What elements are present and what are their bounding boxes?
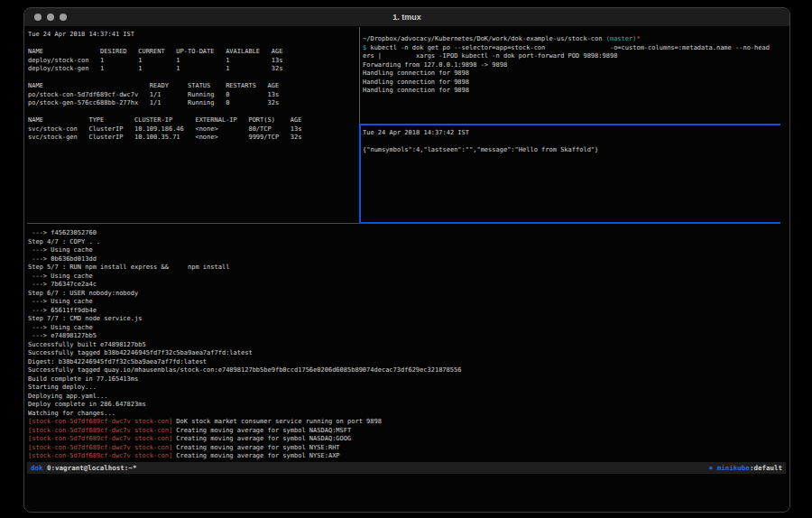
terminal-window: 1. tmux Tue 24 Apr 2018 14:37:41 IST NAM… xyxy=(23,7,790,513)
terminal-line: po/stock-con-5d7df689cf-dwc7v 1/1 Runnin… xyxy=(28,91,358,100)
terminal-line: ---> Using cache xyxy=(28,324,786,333)
terminal-line: ---> Using cache xyxy=(28,246,786,255)
text-segment: Step 6/7 : USER nobody:nobody xyxy=(28,290,138,297)
terminal-line xyxy=(28,40,358,49)
active-pane-border-bottom xyxy=(359,222,780,224)
text-segment: Successfully tagged quay.io/mhausenblas/… xyxy=(28,366,461,374)
text-segment: ---> 0b636bd013dd xyxy=(28,255,97,263)
text-segment: Deploying app.yaml... xyxy=(28,393,108,400)
terminal-line: $ kubectl -n dok get po --selector=app=s… xyxy=(363,44,783,53)
text-segment: [stock-con-5d7df689cf-dwc7v stock-con] xyxy=(28,427,172,434)
terminal-line: Step 6/7 : USER nobody:nobody xyxy=(28,290,786,299)
text-segment: Successfully built e74898127bb5 xyxy=(28,341,146,348)
text-segment: Build complete in 77.165413ms xyxy=(28,375,138,383)
terminal-line: Starting deploy... xyxy=(28,384,786,393)
text-segment: Tue 24 Apr 2018 14:37:41 IST xyxy=(28,31,134,38)
status-session-window[interactable]: dok 0:vagrant@localhost:~* xyxy=(31,462,136,474)
text-segment: Step 7/7 : CMD node service.js xyxy=(28,315,142,322)
pane-divider-vertical xyxy=(359,27,360,124)
pane-port-forward[interactable]: ~/Dropbox/advocacy/Kubernetes/DoK/work/d… xyxy=(363,35,783,124)
terminal-line: svc/stock-con ClusterIP 10.109.186.46 <n… xyxy=(28,125,358,134)
terminal-line: deploy/stock-gen 1 1 1 1 32s xyxy=(28,65,358,74)
terminal-line: Successfully tagged b38b42246945fd7f32c5… xyxy=(28,349,786,358)
terminal-line: Deploying app.yaml... xyxy=(28,393,786,402)
status-kube-context: ⎈ minikube:default xyxy=(709,462,782,474)
terminal-line: ---> Using cache xyxy=(28,273,786,282)
text-segment: ers | xargs -IPOD kubectl -n dok port-fo… xyxy=(363,52,617,60)
text-segment: deploy/stock-con 1 1 1 1 13s xyxy=(28,57,282,64)
text-segment xyxy=(28,108,32,116)
window-titlebar: 1. tmux xyxy=(24,8,789,27)
text-segment: [stock-con-5d7df689cf-dwc7v stock-con] xyxy=(28,418,172,425)
text-segment: kubectl -n dok get po --selector=app=sto… xyxy=(366,44,770,51)
terminal-line: ---> 7b6347ce2a4c xyxy=(28,281,786,290)
text-segment xyxy=(28,40,32,47)
pane-skaffold-build-log[interactable]: ---> f45623052760Step 4/7 : COPY . . ---… xyxy=(28,229,786,462)
terminal-line: Watching for changes... xyxy=(28,410,786,419)
terminal-line: [stock-con-5d7df689cf-dwc7v stock-con] C… xyxy=(28,435,786,444)
terminal-line: ---> 65611ff9db4e xyxy=(28,307,786,316)
text-segment: po/stock-con-5d7df689cf-dwc7v 1/1 Runnin… xyxy=(28,91,279,98)
terminal-line: Handling connection for 9898 xyxy=(363,79,783,88)
text-segment xyxy=(28,74,32,81)
terminal-line: Tue 24 Apr 2018 14:37:42 IST xyxy=(363,129,783,138)
text-segment: [stock-con-5d7df689cf-dwc7v stock-con] xyxy=(28,452,172,459)
text-segment: Digest: b38b42246945fd7f32c5ba9aea7af7fd… xyxy=(28,358,207,365)
text-segment: svc/stock-gen ClusterIP 10.100.35.71 <no… xyxy=(28,134,301,141)
text-segment: minikube xyxy=(717,464,750,472)
terminal-line: Handling connection for 9898 xyxy=(363,69,783,79)
text-segment: ---> 7b6347ce2a4c xyxy=(28,281,97,288)
text-segment: ---> Using cache xyxy=(28,273,93,280)
terminal-line: ---> f45623052760 xyxy=(28,229,786,238)
terminal-line xyxy=(28,108,358,117)
text-segment: :default xyxy=(750,464,782,472)
text-segment: Creating moving average for symbol NASDA… xyxy=(172,427,351,434)
text-segment: ---> f45623052760 xyxy=(28,229,97,236)
text-segment: {"numsymbols":4,"lastseen":"","message":… xyxy=(363,146,598,153)
terminal-line: NAME TYPE CLUSTER-IP EXTERNAL-IP PORT(S)… xyxy=(28,116,358,125)
text-segment: [stock-con-5d7df689cf-dwc7v stock-con] xyxy=(28,444,172,451)
text-segment: Successfully tagged b38b42246945fd7f32c5… xyxy=(28,349,253,356)
terminal-line: po/stock-gen-576cc688bb-277hx 1/1 Runnin… xyxy=(28,99,358,108)
terminal-line: Forwarding from 127.0.0.1:9898 -> 9898 xyxy=(363,61,783,70)
terminal-line: [stock-con-5d7df689cf-dwc7v stock-con] C… xyxy=(28,444,786,453)
text-segment xyxy=(363,138,366,145)
text-segment: Step 5/7 : RUN npm install express && np… xyxy=(28,264,229,271)
tmux-status-bar: dok 0:vagrant@localhost:~* ⎈ minikube:de… xyxy=(27,462,786,474)
terminal-line: Tue 24 Apr 2018 14:37:41 IST xyxy=(28,31,358,40)
active-pane-border-left xyxy=(359,124,361,223)
text-segment: [stock-con-5d7df689cf-dwc7v stock-con] xyxy=(28,435,172,442)
text-segment: deploy/stock-gen 1 1 1 1 32s xyxy=(28,65,282,72)
text-segment: dok xyxy=(31,464,43,472)
text-segment: (master) xyxy=(606,35,637,42)
pane-divider-horizontal xyxy=(27,223,359,224)
terminal-line: {"numsymbols":4,"lastseen":"","message":… xyxy=(363,146,783,155)
terminal-line: Digest: b38b42246945fd7f32c5ba9aea7af7fd… xyxy=(28,358,786,367)
terminal-line: ---> e74898127bb5 xyxy=(28,332,786,341)
terminal-line: Handling connection for 9898 xyxy=(363,87,783,96)
terminal-line: ---> 0b636bd013dd xyxy=(28,255,786,264)
text-segment: Creating moving average for symbol NYSE:… xyxy=(172,452,339,459)
text-segment: Creating moving average for symbol NYSE:… xyxy=(172,444,339,451)
text-segment: Handling connection for 9898 xyxy=(363,79,469,86)
text-segment: Forwarding from 127.0.0.1:9898 -> 9898 xyxy=(363,61,507,69)
pane-service-response[interactable]: Tue 24 Apr 2018 14:37:42 IST {"numsymbol… xyxy=(363,129,783,221)
terminal-line: Successfully tagged quay.io/mhausenblas/… xyxy=(28,366,786,375)
text-segment: ---> Using cache xyxy=(28,298,93,305)
text-segment: NAME READY STATUS RESTARTS AGE xyxy=(28,82,279,89)
text-segment: Starting deploy... xyxy=(28,384,97,391)
text-segment: ⎈ xyxy=(709,464,717,472)
text-segment: ---> 65611ff9db4e xyxy=(28,307,97,314)
terminal-line: NAME READY STATUS RESTARTS AGE xyxy=(28,82,358,91)
terminal-line: ~/Dropbox/advocacy/Kubernetes/DoK/work/d… xyxy=(363,35,783,44)
terminal-line: Step 4/7 : COPY . . xyxy=(28,238,786,247)
text-segment: po/stock-gen-576cc688bb-277hx 1/1 Runnin… xyxy=(28,99,279,106)
pane-kubectl-overview[interactable]: Tue 24 Apr 2018 14:37:41 IST NAME DESIRE… xyxy=(28,29,358,224)
text-segment: ---> Using cache xyxy=(28,246,93,254)
terminal-line: ---> Using cache xyxy=(28,298,786,307)
terminal-line: Step 7/7 : CMD node service.js xyxy=(28,315,786,324)
terminal-line: svc/stock-gen ClusterIP 10.100.35.71 <no… xyxy=(28,134,358,143)
terminal-line: [stock-con-5d7df689cf-dwc7v stock-con] D… xyxy=(28,418,786,427)
text-segment: Tue 24 Apr 2018 14:37:42 IST xyxy=(363,129,469,136)
text-segment: * xyxy=(636,35,640,42)
